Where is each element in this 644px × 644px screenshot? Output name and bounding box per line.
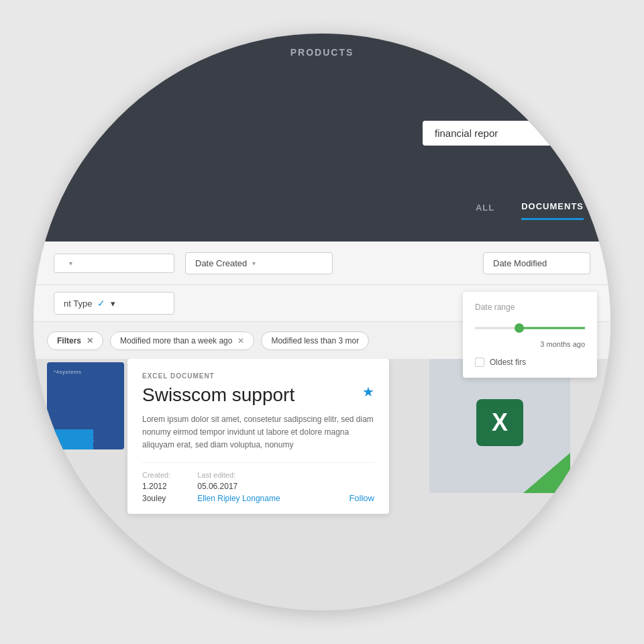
date-created-label: Date Created [195, 258, 247, 268]
doc-card: EXCEL DOCUMENT Swisscom support ★ Lorem … [127, 359, 389, 514]
ui-wrapper: PRODUCTS financial repor ALL DOCUMENTS ▾… [34, 34, 610, 610]
top-nav: PRODUCTS financial repor ALL DOCUMENTS [34, 34, 610, 241]
filter-type-label: nt Type [64, 299, 92, 309]
last-edited-label: Last edited: [197, 471, 280, 479]
chip-modified-3months-label: Modified less than 3 mor [271, 336, 359, 345]
editor-link[interactable]: Ellen Ripley Longname [197, 494, 280, 503]
date-range-panel: Date range 3 months ago Oldest firs [463, 292, 597, 378]
range-fill [519, 327, 585, 329]
close-icon[interactable]: ✕ [87, 336, 93, 345]
filter-dropdown-date-modified[interactable]: Date Modified [483, 252, 590, 274]
author-partial: 3ouley [142, 494, 170, 503]
checkmark-icon: ✓ [97, 298, 105, 309]
doc-meta: Created: 1.2012 3ouley Last edited: 05.0… [142, 462, 374, 503]
filter-dropdown-date-created[interactable]: Date Created ▾ [185, 252, 333, 274]
chevron-down-icon-3: ▾ [111, 299, 115, 309]
chevron-down-icon-2: ▾ [252, 260, 256, 267]
filter-type-dropdown[interactable]: nt Type ✓ ▾ [54, 292, 174, 315]
chip-filters[interactable]: Filters ✕ [47, 331, 103, 350]
tab-all[interactable]: ALL [476, 203, 494, 219]
green-corner-decoration [523, 453, 570, 493]
meta-created: Created: 1.2012 3ouley [142, 471, 170, 503]
range-slider[interactable] [475, 321, 585, 335]
filter-dropdown-1[interactable]: ▾ [54, 254, 174, 273]
follow-button[interactable]: Follow [349, 493, 374, 503]
products-label: PRODUCTS [290, 47, 354, 58]
oldest-first-row: Oldest firs [475, 358, 585, 367]
range-track [475, 327, 585, 329]
range-thumb[interactable] [515, 323, 524, 333]
small-thumbnail: *4systems Release 1.2 [47, 362, 124, 449]
doc-title-row: Swisscom support ★ [142, 384, 374, 407]
search-bar[interactable]: financial repor [423, 121, 570, 146]
thumb-blue-bar [47, 429, 93, 449]
tab-documents[interactable]: DOCUMENTS [521, 201, 584, 220]
thumb-top-text: *4systems [54, 369, 81, 375]
chip-modified-week[interactable]: Modified more than a week ago ✕ [110, 331, 254, 350]
filter-row-1: ▾ Date Created ▾ Date Modified [34, 241, 610, 285]
excel-thumbnail: X [429, 359, 570, 493]
doc-title: Swisscom support [142, 384, 294, 407]
tab-bar: ALL DOCUMENTS [476, 201, 610, 220]
date-range-title: Date range [475, 303, 585, 312]
search-value: financial repor [435, 127, 498, 139]
close-icon-2[interactable]: ✕ [237, 336, 244, 345]
range-value-label: 3 months ago [475, 340, 585, 348]
meta-edited: Last edited: 05.06.2017 Ellen Ripley Lon… [197, 471, 280, 503]
chevron-down-icon: ▾ [69, 260, 72, 267]
oldest-first-checkbox[interactable] [475, 358, 484, 367]
chip-filters-label: Filters [57, 336, 81, 345]
chip-modified-3months[interactable]: Modified less than 3 mor [261, 331, 369, 350]
doc-type-label: EXCEL DOCUMENT [142, 372, 374, 380]
created-date: 1.2012 [142, 482, 170, 491]
doc-description: Lorem ipsum dolor sit amet, consetetur s… [142, 413, 374, 452]
main-circle: PRODUCTS financial repor ALL DOCUMENTS ▾… [34, 34, 610, 610]
created-label: Created: [142, 471, 170, 479]
chip-modified-week-label: Modified more than a week ago [120, 336, 232, 345]
excel-icon: X [476, 399, 523, 446]
oldest-first-label: Oldest firs [490, 358, 526, 367]
date-modified-label: Date Modified [493, 258, 547, 268]
last-edited-date: 05.06.2017 [197, 482, 280, 491]
star-icon[interactable]: ★ [362, 384, 374, 400]
